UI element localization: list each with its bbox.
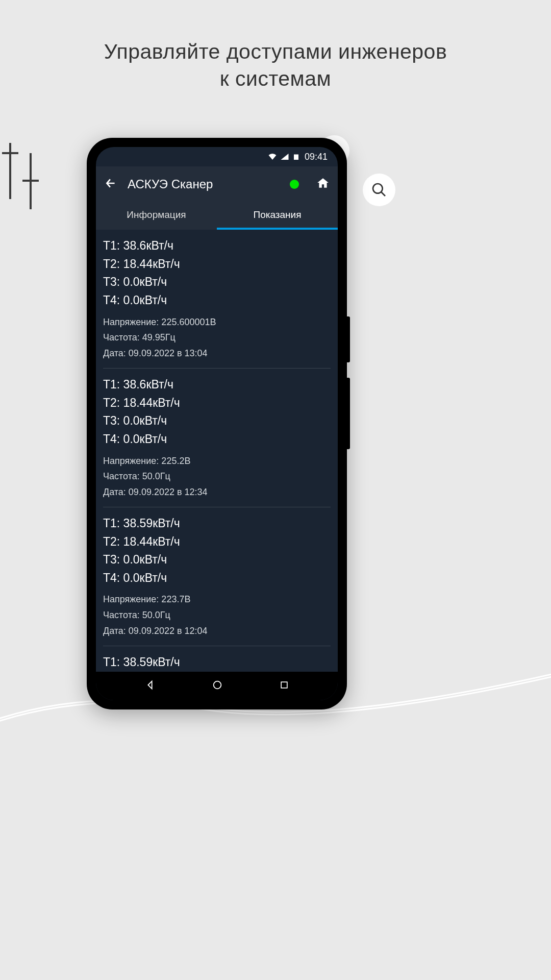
marketing-caption: Управляйте доступами инженеров к система… bbox=[0, 38, 551, 93]
statusbar: 09:41 bbox=[96, 147, 338, 166]
svg-point-3 bbox=[214, 681, 221, 689]
search-decor-icon bbox=[363, 174, 395, 206]
voltage-line: Напряжение: 225.2В bbox=[103, 454, 331, 469]
svg-point-0 bbox=[373, 184, 383, 193]
readings-list[interactable]: T1: 38.6кВт/чT2: 18.44кВт/чT3: 0.0кВт/чT… bbox=[96, 230, 338, 672]
battery-icon bbox=[292, 152, 302, 161]
frequency-line: Частота: 49.95Гц bbox=[103, 330, 331, 345]
tariff-line: T3: 0.0кВт/ч bbox=[103, 273, 331, 291]
home-icon bbox=[316, 177, 330, 190]
sliders-decor-icon bbox=[0, 143, 46, 204]
status-dot bbox=[290, 180, 299, 189]
caption-line-1: Управляйте доступами инженеров bbox=[0, 38, 551, 65]
nav-recent-button[interactable] bbox=[279, 680, 289, 692]
tariff-line: T4: 0.0кВт/ч bbox=[103, 291, 331, 310]
frequency-line: Частота: 50.0Гц bbox=[103, 608, 331, 623]
tariff-line: T1: 38.6кВт/ч bbox=[103, 237, 331, 255]
arrow-left-icon bbox=[104, 177, 117, 190]
voltage-line: Напряжение: 225.600001В bbox=[103, 315, 331, 330]
tariff-line: T3: 0.0кВт/ч bbox=[103, 551, 331, 569]
tariff-line: T1: 38.59кВт/ч bbox=[103, 653, 331, 672]
svg-line-1 bbox=[381, 192, 385, 196]
wifi-icon bbox=[268, 152, 277, 161]
phone-screen: 09:41 АСКУЭ Сканер Информация Показания … bbox=[96, 147, 338, 700]
voltage-line: Напряжение: 223.7В bbox=[103, 592, 331, 607]
phone-frame: 09:41 АСКУЭ Сканер Информация Показания … bbox=[87, 138, 347, 709]
tariff-line: T3: 0.0кВт/ч bbox=[103, 412, 331, 430]
tariff-line: T1: 38.6кВт/ч bbox=[103, 376, 331, 394]
date-line: Дата: 09.09.2022 в 12:04 bbox=[103, 624, 331, 639]
statusbar-time: 09:41 bbox=[305, 152, 328, 162]
tariff-line: T2: 18.44кВт/ч bbox=[103, 394, 331, 412]
reading-block: T1: 38.6кВт/чT2: 18.44кВт/чT3: 0.0кВт/чT… bbox=[103, 369, 331, 507]
nav-home-button[interactable] bbox=[212, 679, 223, 693]
reading-block: T1: 38.59кВт/чT2: 18.44кВт/чT3: 0.0кВт/ч… bbox=[103, 507, 331, 646]
tariff-line: T4: 0.0кВт/ч bbox=[103, 430, 331, 449]
svg-rect-4 bbox=[281, 682, 287, 688]
appbar-title: АСКУЭ Сканер bbox=[128, 177, 280, 191]
reading-block: T1: 38.6кВт/чT2: 18.44кВт/чT3: 0.0кВт/чT… bbox=[103, 230, 331, 369]
date-line: Дата: 09.09.2022 в 13:04 bbox=[103, 346, 331, 361]
frequency-line: Частота: 50.0Гц bbox=[103, 469, 331, 484]
tab-info[interactable]: Информация bbox=[96, 202, 217, 230]
tabs: Информация Показания bbox=[96, 202, 338, 230]
tariff-line: T2: 18.44кВт/ч bbox=[103, 533, 331, 551]
tab-readings[interactable]: Показания bbox=[217, 202, 338, 230]
appbar: АСКУЭ Сканер bbox=[96, 166, 338, 202]
home-button[interactable] bbox=[316, 177, 330, 192]
date-line: Дата: 09.09.2022 в 12:34 bbox=[103, 485, 331, 500]
android-navbar bbox=[96, 672, 338, 700]
tariff-line: T2: 18.44кВт/ч bbox=[103, 255, 331, 274]
nav-back-button[interactable] bbox=[144, 679, 156, 693]
reading-block: T1: 38.59кВт/ч bbox=[103, 646, 331, 672]
caption-line-2: к системам bbox=[0, 65, 551, 92]
tariff-line: T1: 38.59кВт/ч bbox=[103, 514, 331, 533]
back-button[interactable] bbox=[104, 177, 117, 192]
signal-icon bbox=[280, 152, 289, 161]
tariff-line: T4: 0.0кВт/ч bbox=[103, 569, 331, 587]
svg-rect-2 bbox=[294, 155, 298, 160]
